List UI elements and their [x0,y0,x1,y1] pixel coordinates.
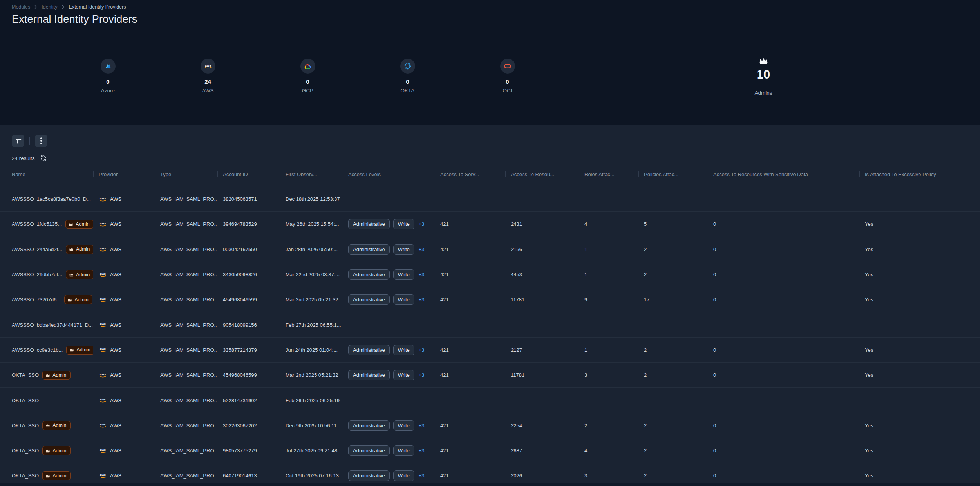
stat-label: AWS [202,88,213,94]
table-row[interactable]: OKTA_SSO Admin aws AWS AWS_IAM_SAML_PRO.… [0,413,980,438]
more-access-levels[interactable]: +3 [419,423,425,428]
more-access-levels[interactable]: +3 [419,372,425,378]
table-row[interactable]: AWSSSO_73207d6... Admin aws AWS AWS_IAM_… [0,287,980,312]
access-level-chip[interactable]: Administrative [348,445,390,456]
roles-attached: 2 [579,423,638,428]
access-level-chip[interactable]: Write [393,370,414,380]
stat-admins[interactable]: 10 Admins [719,57,808,96]
column-header-access-levels[interactable]: Access Levels [343,171,435,177]
table-row[interactable]: OKTA_SSO Admin aws AWS AWS_IAM_SAML_PRO.… [0,438,980,463]
stat-count: 0 [406,78,409,85]
account-id: 522814731902 [217,398,280,403]
more-access-levels[interactable]: +3 [419,473,425,479]
more-access-levels[interactable]: +3 [419,272,425,277]
breadcrumb: Modules Identity External Identity Provi… [12,4,126,10]
column-header-roles[interactable]: Roles Attac... [579,171,638,177]
account-id: 335877214379 [217,347,280,353]
idp-type: AWS_IAM_SAML_PRO... [155,347,217,353]
table-row[interactable]: OKTA_SSO Admin aws AWS AWS_IAM_SAML_PRO.… [0,388,980,413]
column-header-type[interactable]: Type [155,171,217,177]
crown-icon [759,57,768,65]
access-level-chip[interactable]: Administrative [348,294,390,305]
access-level-chip[interactable]: Write [393,294,414,305]
column-header-sensitive[interactable]: Access To Resources With Sensitive Data [708,171,859,177]
excessive-policy: Yes [859,297,980,302]
admin-badge-label: Admin [76,247,90,252]
idp-type: AWS_IAM_SAML_PRO... [155,196,217,202]
column-header-name[interactable]: Name [0,171,93,177]
access-level-chip[interactable]: Write [393,445,414,456]
access-level-chip[interactable]: Write [393,244,414,255]
provider-label: AWS [110,272,121,277]
svg-text:aws: aws [100,423,106,427]
table-row[interactable]: AWSSSO_29dbb7ef... Admin aws AWS AWS_IAM… [0,262,980,287]
access-level-chip[interactable]: Administrative [348,269,390,280]
table-row[interactable]: AWSSSO_244a5d2f... Admin aws AWS AWS_IAM… [0,237,980,262]
more-access-levels[interactable]: +3 [419,247,425,252]
table-row[interactable]: AWSSSO_1ac5ca8f3aa7e0b0_D... Admin aws A… [0,187,980,212]
svg-text:aws: aws [100,347,106,351]
table-row[interactable]: AWSSSO_cc9e3c1b... Admin aws AWS AWS_IAM… [0,338,980,363]
sensitive-data-access: 0 [708,372,859,378]
filter-button[interactable] [12,135,24,147]
access-level-chip[interactable]: Write [393,470,414,481]
policies-attached: 2 [638,247,708,252]
column-header-access-services[interactable]: Access To Serv... [435,171,505,177]
column-header-access-resources[interactable]: Access To Resou... [505,171,579,177]
policies-attached: 2 [638,372,708,378]
access-level-chip[interactable]: Write [393,219,414,229]
access-level-chip[interactable]: Administrative [348,219,390,229]
aws-provider-icon: aws [99,221,107,227]
policies-attached: 2 [638,448,708,454]
access-level-chip[interactable]: Administrative [348,370,390,380]
column-header-excessive[interactable]: Is Attached To Excessive Policy [859,171,980,177]
access-level-chip[interactable]: Write [393,345,414,355]
stat-label: OCI [503,88,512,94]
excessive-policy: Yes [859,221,980,227]
crown-icon [69,348,74,352]
access-level-chip[interactable]: Write [393,269,414,280]
first-observed: Mar 2nd 2025 05:21:32 [280,297,343,302]
access-level-chip[interactable]: Write [393,420,414,431]
access-to-services: 421 [435,247,505,252]
breadcrumb-modules[interactable]: Modules [12,4,30,10]
scrollbar-track[interactable] [0,483,980,486]
provider-label: AWS [110,247,121,252]
column-header-first-observed[interactable]: First Observ... [280,171,343,177]
svg-text:aws: aws [100,272,106,275]
table-row[interactable]: AWSSSO_1fdc5135... Admin aws AWS AWS_IAM… [0,212,980,237]
access-level-chip[interactable]: Administrative [348,470,390,481]
access-level-chip[interactable]: Administrative [348,345,390,355]
access-level-chip[interactable]: Administrative [348,420,390,431]
roles-attached: 4 [579,448,638,454]
svg-text:aws: aws [100,221,106,225]
column-header-policies[interactable]: Policies Attac... [638,171,708,177]
table-row[interactable]: OKTA_SSO Admin aws AWS AWS_IAM_SAML_PRO.… [0,463,980,486]
column-header-provider[interactable]: Provider [93,171,155,177]
stat-okta[interactable]: 0 OKTA [358,59,457,94]
table-row[interactable]: OKTA_SSO Admin aws AWS AWS_IAM_SAML_PRO.… [0,363,980,388]
more-access-levels[interactable]: +3 [419,448,425,454]
more-access-levels[interactable]: +3 [419,347,425,353]
aws-provider-icon: aws [99,372,107,378]
admin-badge-label: Admin [74,297,88,302]
column-header-account[interactable]: Account ID [217,171,280,177]
stat-oci[interactable]: 0 OCI [457,59,557,94]
table-options-button[interactable] [35,135,47,147]
admin-badge-label: Admin [52,423,66,428]
more-access-levels[interactable]: +3 [419,297,425,302]
access-to-resources: 2431 [505,221,579,227]
access-levels-cell: Administrative Write +3 [343,445,435,456]
sensitive-data-access: 0 [708,347,859,353]
refresh-button[interactable] [40,155,47,161]
stat-azure[interactable]: 0 Azure [58,59,158,94]
table-row[interactable]: AWSSSO_bdba4ed37d444171_D... Admin aws A… [0,312,980,337]
more-access-levels[interactable]: +3 [419,221,425,227]
stat-aws[interactable]: aws 24 AWS [158,59,258,94]
access-level-chip[interactable]: Administrative [348,244,390,255]
crown-icon [45,449,50,453]
stat-label: GCP [302,88,313,94]
breadcrumb-identity[interactable]: Identity [42,4,57,10]
stat-gcp[interactable]: 0 GCP [258,59,358,94]
idp-type: AWS_IAM_SAML_PRO... [155,448,217,454]
